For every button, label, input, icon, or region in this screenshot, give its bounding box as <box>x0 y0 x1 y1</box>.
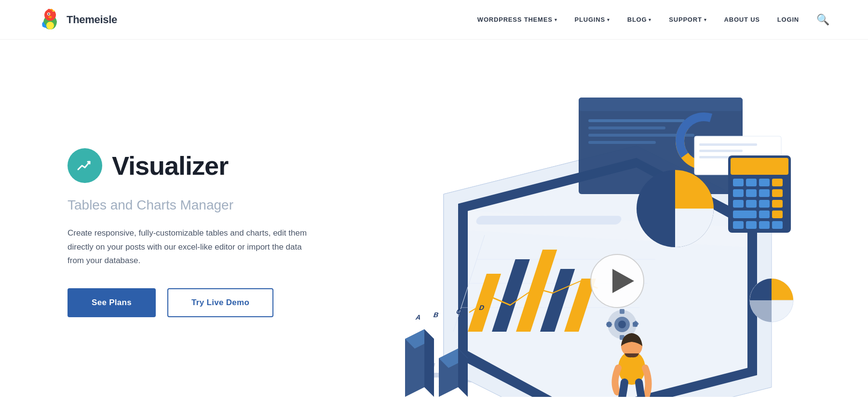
svg-rect-86 <box>772 200 783 208</box>
svg-point-4 <box>48 13 50 14</box>
see-plans-button[interactable]: See Plans <box>68 288 156 317</box>
svg-rect-90 <box>733 221 744 229</box>
svg-rect-46 <box>475 216 623 225</box>
hero-section: Visualizer Tables and Charts Manager Cre… <box>0 40 868 407</box>
svg-rect-79 <box>733 189 744 197</box>
hero-illustration: A B C D <box>338 69 829 397</box>
header: Themeisle WORDPRESS THEMES ▾ PLUGINS ▾ B… <box>0 0 868 40</box>
hero-description: Create responsive, fully-customizable ta… <box>68 226 318 268</box>
svg-rect-91 <box>746 221 757 229</box>
chevron-down-icon: ▾ <box>649 17 651 22</box>
nav-wordpress-themes[interactable]: WORDPRESS THEMES ▾ <box>477 16 557 23</box>
logo[interactable]: Themeisle <box>39 8 117 31</box>
logo-text: Themeisle <box>67 14 117 26</box>
chevron-down-icon: ▾ <box>704 17 707 22</box>
svg-rect-99 <box>620 309 624 314</box>
svg-rect-87 <box>733 211 757 218</box>
svg-rect-74 <box>731 158 788 175</box>
svg-rect-85 <box>759 200 770 208</box>
svg-rect-80 <box>746 189 757 197</box>
illustration-svg: A B C D <box>366 69 800 397</box>
svg-rect-93 <box>772 221 783 229</box>
svg-rect-77 <box>759 179 770 186</box>
svg-rect-89 <box>772 211 783 218</box>
svg-rect-75 <box>733 179 744 186</box>
nav-support[interactable]: SUPPORT ▾ <box>669 16 706 23</box>
visualizer-icon-badge <box>68 148 102 183</box>
hero-content: Visualizer Tables and Charts Manager Cre… <box>68 148 338 318</box>
hero-cta-buttons: See Plans Try Live Demo <box>68 288 338 317</box>
svg-rect-63 <box>588 126 665 129</box>
svg-rect-70 <box>699 150 743 152</box>
isometric-illustration: A B C D <box>366 69 800 397</box>
svg-rect-78 <box>772 179 783 186</box>
svg-rect-69 <box>699 143 757 146</box>
chevron-down-icon: ▾ <box>607 17 610 22</box>
svg-text:A: A <box>415 313 422 321</box>
nav-login[interactable]: LOGIN <box>777 16 799 23</box>
svg-rect-82 <box>772 189 783 197</box>
hero-subtitle: Tables and Charts Manager <box>68 197 338 213</box>
search-icon[interactable]: 🔍 <box>816 14 829 26</box>
svg-point-1 <box>46 22 54 29</box>
logo-icon <box>39 8 62 31</box>
nav-about-us[interactable]: ABOUT US <box>724 16 760 23</box>
svg-rect-81 <box>759 189 770 197</box>
main-nav: WORDPRESS THEMES ▾ PLUGINS ▾ BLOG ▾ SUPP… <box>477 14 829 26</box>
svg-rect-76 <box>746 179 757 186</box>
hero-title: Visualizer <box>112 151 228 181</box>
svg-point-98 <box>618 321 626 328</box>
svg-rect-65 <box>588 141 656 144</box>
nav-blog[interactable]: BLOG ▾ <box>627 16 652 23</box>
svg-rect-92 <box>759 221 770 229</box>
nav-plugins[interactable]: PLUGINS ▾ <box>574 16 610 23</box>
svg-rect-61 <box>579 98 743 111</box>
svg-rect-84 <box>746 200 757 208</box>
svg-rect-62 <box>588 119 685 122</box>
chart-line-icon <box>76 157 94 174</box>
hero-title-row: Visualizer <box>68 148 338 183</box>
svg-rect-88 <box>759 211 770 218</box>
svg-text:B: B <box>433 311 440 319</box>
chevron-down-icon: ▾ <box>555 17 557 22</box>
try-live-demo-button[interactable]: Try Live Demo <box>167 288 273 317</box>
svg-rect-83 <box>733 200 744 208</box>
